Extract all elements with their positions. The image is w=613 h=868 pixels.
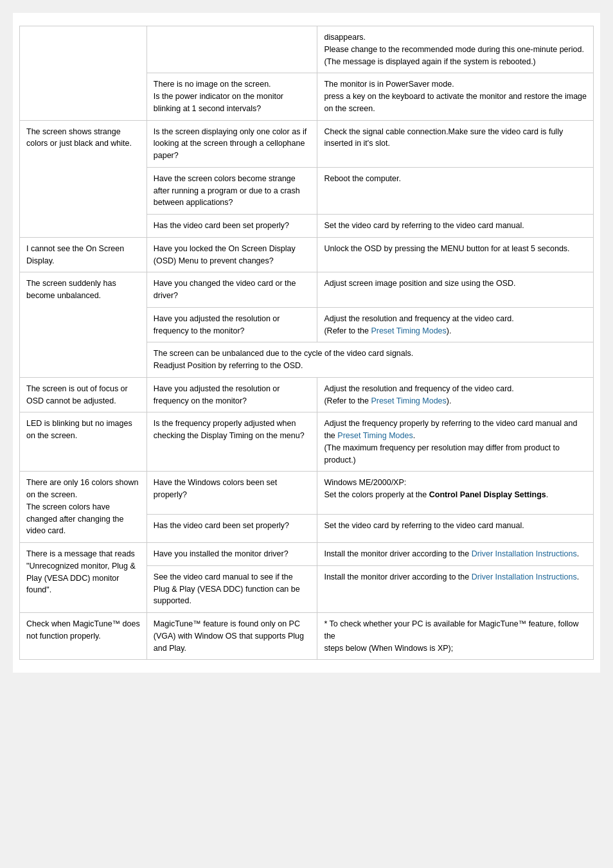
solution-cell: disappears.Please change to the recommen… xyxy=(317,26,594,73)
link[interactable]: Preset Timing Modes xyxy=(337,431,413,440)
solution-cell: * To check whether your PC is available … xyxy=(317,613,594,660)
link[interactable]: Preset Timing Modes xyxy=(371,396,446,405)
cause-cell: See the video card manual to see if the … xyxy=(147,565,317,612)
cause-cell: Have the screen colors become strange af… xyxy=(147,167,317,214)
cause-cell: Is the frequency properly adjusted when … xyxy=(147,412,317,472)
problem-cell: The screen is out of focus or OSD cannot… xyxy=(20,377,147,412)
table-row: The screen shows strange colors or just … xyxy=(20,120,594,167)
spanning-cell: The screen can be unbalanced due to the … xyxy=(147,342,593,378)
table-row: The screen is out of focus or OSD cannot… xyxy=(20,377,594,412)
table-row: The screen suddenly has become unbalance… xyxy=(20,272,594,308)
cause-cell: Have you installed the monitor driver? xyxy=(147,543,317,566)
problem-cell: Check when MagicTune™ does not function … xyxy=(20,613,147,660)
solution-cell: Check the signal cable connection.Make s… xyxy=(317,120,594,167)
solution-cell: Set the video card by referring to the v… xyxy=(317,215,594,238)
solution-cell: Adjust the resolution and frequency at t… xyxy=(317,307,594,342)
problem-cell: The screen shows strange colors or just … xyxy=(20,120,147,237)
solution-cell: Adjust screen image position and size us… xyxy=(317,272,594,308)
cause-cell: Have you adjusted the resolution or freq… xyxy=(147,377,317,412)
solution-cell: Install the monitor driver according to … xyxy=(317,565,594,612)
cause-cell: Have you adjusted the resolution or freq… xyxy=(147,307,317,342)
problem-cell: There are only 16 colors shown on the sc… xyxy=(20,472,147,543)
solution-cell: The monitor is in PowerSaver mode.press … xyxy=(317,73,594,120)
cause-cell: Has the video card been set properly? xyxy=(147,215,317,238)
table-row: There are only 16 colors shown on the sc… xyxy=(20,472,594,515)
table-row: disappears.Please change to the recommen… xyxy=(20,26,594,73)
solution-cell: Reboot the computer. xyxy=(317,167,594,214)
link[interactable]: Driver Installation Instructions xyxy=(472,549,577,558)
cause-cell: Have the Windows colors been set properl… xyxy=(147,472,317,515)
problem-cell-empty xyxy=(20,26,147,121)
troubleshooting-table: disappears.Please change to the recommen… xyxy=(19,26,594,660)
problem-cell: The screen suddenly has become unbalance… xyxy=(20,272,147,378)
cause-cell: Have you locked the On Screen Display (O… xyxy=(147,237,317,272)
bold-text: Display xyxy=(483,490,511,499)
problem-cell: LED is blinking but no images on the scr… xyxy=(20,412,147,472)
page-container: disappears.Please change to the recommen… xyxy=(13,13,600,673)
bold-text: Settings xyxy=(514,490,546,499)
table-row: I cannot see the On Screen Display.Have … xyxy=(20,237,594,272)
solution-cell: Unlock the OSD by pressing the MENU butt… xyxy=(317,237,594,272)
bold-text: Control Panel xyxy=(429,490,481,499)
solution-cell: Adjust the resolution and frequency of t… xyxy=(317,377,594,412)
problem-cell: There is a message that reads "Unrecogni… xyxy=(20,543,147,613)
solution-cell: Windows ME/2000/XP:Set the colors proper… xyxy=(317,472,594,515)
solution-cell: Set the video card by referring to the v… xyxy=(317,515,594,543)
table-row: LED is blinking but no images on the scr… xyxy=(20,412,594,472)
table-row: There is a message that reads "Unrecogni… xyxy=(20,543,594,566)
cause-cell: There is no image on the screen.Is the p… xyxy=(147,73,317,120)
table-row: Check when MagicTune™ does not function … xyxy=(20,613,594,660)
solution-cell: Install the monitor driver according to … xyxy=(317,543,594,566)
cause-cell: Has the video card been set properly? xyxy=(147,515,317,543)
cause-cell: MagicTune™ feature is found only on PC (… xyxy=(147,613,317,660)
cause-cell: Is the screen displaying only one color … xyxy=(147,120,317,167)
cause-cell: Have you changed the video card or the d… xyxy=(147,272,317,308)
link[interactable]: Driver Installation Instructions xyxy=(472,572,577,581)
problem-cell: I cannot see the On Screen Display. xyxy=(20,237,147,272)
solution-cell: Adjust the frequency properly by referri… xyxy=(317,412,594,472)
link[interactable]: Preset Timing Modes xyxy=(371,326,446,335)
cause-cell xyxy=(147,26,317,73)
